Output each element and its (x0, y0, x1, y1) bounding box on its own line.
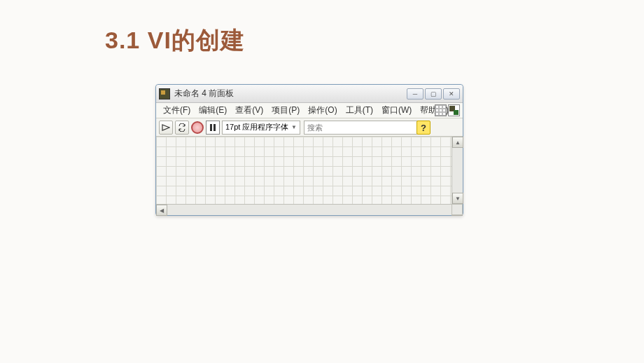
scroll-down-button[interactable]: ▼ (452, 193, 463, 204)
abort-button[interactable] (191, 121, 204, 134)
font-selector[interactable]: 17pt 应用程序字体 ▼ (222, 121, 300, 135)
search-input[interactable] (307, 123, 416, 132)
scroll-corner (451, 204, 463, 215)
scroll-left-button[interactable]: ◀ (156, 205, 167, 216)
vertical-scrollbar[interactable]: ▲ ▼ (451, 137, 463, 204)
menu-view[interactable]: 查看(V) (231, 103, 267, 118)
menu-operate[interactable]: 操作(O) (304, 103, 341, 118)
connector-pane-area: 4 (435, 104, 460, 130)
run-continuously-button[interactable] (175, 121, 189, 135)
menubar: 文件(F) 编辑(E) 查看(V) 项目(P) 操作(O) 工具(T) 窗口(W… (156, 103, 463, 118)
minimize-button[interactable]: ─ (407, 88, 424, 100)
context-help-button[interactable]: ? (416, 121, 430, 135)
close-button[interactable]: ✕ (443, 88, 460, 100)
menu-project[interactable]: 项目(P) (267, 103, 304, 118)
cycle-arrows-icon (178, 123, 186, 132)
menu-tools[interactable]: 工具(T) (342, 103, 377, 118)
labview-app-icon (159, 88, 170, 100)
search-box[interactable] (304, 121, 429, 135)
chevron-down-icon: ▼ (291, 124, 297, 130)
front-panel-grid[interactable]: ▲ ▼ ◀ ▶ (156, 137, 463, 215)
window-title: 未命名 4 前面板 (174, 88, 407, 100)
run-button[interactable] (159, 121, 173, 135)
maximize-button[interactable]: ▢ (425, 88, 442, 100)
titlebar[interactable]: 未命名 4 前面板 ─ ▢ ✕ (156, 85, 463, 103)
vi-icon-badge: 4 (458, 115, 460, 116)
scroll-track-vertical[interactable] (452, 148, 463, 193)
vi-icon[interactable]: 4 (448, 104, 460, 116)
run-arrow-icon (162, 123, 170, 132)
horizontal-scrollbar[interactable]: ◀ ▶ (156, 204, 463, 215)
scroll-track-horizontal[interactable] (167, 205, 440, 215)
scroll-up-button[interactable]: ▲ (452, 137, 463, 148)
section-heading: 3.1 VI的创建 (105, 25, 245, 57)
window-controls: ─ ▢ ✕ (407, 88, 460, 100)
menu-edit[interactable]: 编辑(E) (195, 103, 231, 118)
connector-pane-icon[interactable] (435, 104, 447, 116)
front-panel-window: 未命名 4 前面板 ─ ▢ ✕ 文件(F) 编辑(E) 查看(V) 项目(P) … (155, 84, 463, 216)
pause-button[interactable] (206, 121, 220, 135)
menu-window[interactable]: 窗口(W) (377, 103, 416, 118)
font-selector-label: 17pt 应用程序字体 (225, 122, 288, 132)
toolbar: 17pt 应用程序字体 ▼ ? (156, 118, 463, 137)
menu-file[interactable]: 文件(F) (159, 103, 195, 118)
